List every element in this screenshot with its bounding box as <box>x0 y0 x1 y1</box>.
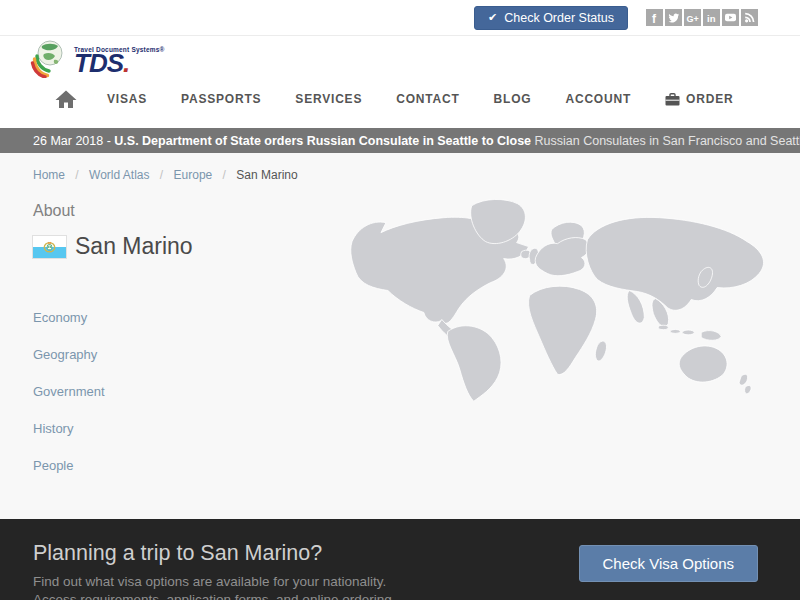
facebook-icon[interactable]: f <box>646 9 663 26</box>
news-ticker-text: 26 Mar 2018 - U.S. Department of State o… <box>0 134 800 148</box>
footer-cta: Planning a trip to San Marino? Find out … <box>0 519 800 600</box>
check-order-status-button[interactable]: ✔ Check Order Status <box>474 6 628 30</box>
breadcrumb-world-atlas[interactable]: World Atlas <box>89 168 149 182</box>
logo-acronym: TDS. <box>74 53 165 73</box>
news-ticker[interactable]: 26 Mar 2018 - U.S. Department of State o… <box>0 128 800 153</box>
social-icons: f G+ in <box>646 9 758 26</box>
san-marino-flag <box>33 236 66 258</box>
breadcrumb-separator: / <box>160 168 163 182</box>
main-content: Home / World Atlas / Europe / San Marino… <box>0 153 800 519</box>
twitter-icon[interactable] <box>665 9 682 26</box>
home-icon <box>55 90 77 109</box>
youtube-icon[interactable] <box>722 9 739 26</box>
nav-item-blog[interactable]: BLOG <box>494 92 532 106</box>
breadcrumb-separator: / <box>223 168 226 182</box>
svg-text:G+: G+ <box>687 14 699 24</box>
logo-text: Travel Document Systems® TDS. <box>74 46 165 73</box>
check-visa-options-button[interactable]: Check Visa Options <box>579 545 758 582</box>
breadcrumb-separator: / <box>75 168 78 182</box>
nav-item-services[interactable]: SERVICES <box>295 92 362 106</box>
svg-text:in: in <box>707 13 716 24</box>
page: ✔ Check Order Status f G+ in <box>0 0 800 600</box>
nav-item-passports[interactable]: PASSPORTS <box>181 92 261 106</box>
link-people[interactable]: People <box>33 458 767 473</box>
top-strip: ✔ Check Order Status f G+ in <box>0 0 800 36</box>
check-icon: ✔ <box>488 11 497 24</box>
rss-icon[interactable] <box>741 9 758 26</box>
page-title: San Marino <box>75 233 193 260</box>
globe-logo-icon <box>30 38 70 78</box>
check-order-status-label: Check Order Status <box>504 11 614 25</box>
linkedin-icon[interactable]: in <box>703 9 720 26</box>
nav-item-visas[interactable]: VISAS <box>107 92 147 106</box>
news-date: 26 Mar 2018 - <box>33 134 114 148</box>
breadcrumb-current: San Marino <box>236 168 297 182</box>
nav-item-account[interactable]: ACCOUNT <box>565 92 631 106</box>
nav-home-item[interactable] <box>55 90 77 109</box>
breadcrumb-home[interactable]: Home <box>33 168 65 182</box>
news-teaser: Russian Consulates in San Francisco and … <box>535 134 800 148</box>
news-headline[interactable]: U.S. Department of State orders Russian … <box>114 134 531 148</box>
nav-item-contact[interactable]: CONTACT <box>396 92 459 106</box>
main-nav: VISAS PASSPORTS SERVICES CONTACT BLOG AC… <box>0 80 800 118</box>
google-plus-icon[interactable]: G+ <box>684 9 701 26</box>
world-map <box>350 195 794 401</box>
site-header: Travel Document Systems® TDS. <box>0 36 800 80</box>
nav-item-order[interactable]: ORDER <box>665 92 733 106</box>
breadcrumb: Home / World Atlas / Europe / San Marino <box>33 153 767 182</box>
tds-logo[interactable]: Travel Document Systems® TDS. <box>30 38 165 78</box>
link-history[interactable]: History <box>33 421 767 436</box>
briefcase-icon <box>665 93 680 106</box>
breadcrumb-europe[interactable]: Europe <box>174 168 213 182</box>
footer-line2: Access requirements, application forms, … <box>33 591 767 600</box>
